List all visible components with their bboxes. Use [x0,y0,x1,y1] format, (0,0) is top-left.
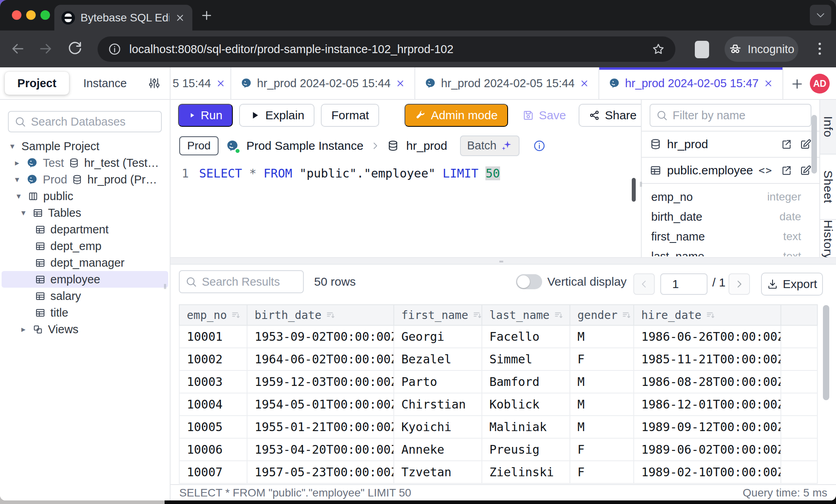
table-cell[interactable]: 1986-06-26T00:00:00Z [634,325,781,348]
table-cell[interactable]: 1986-08-28T00:00:00Z [634,370,781,393]
close-window-button[interactable] [12,10,21,20]
caret-right-icon[interactable]: ▸ [19,325,28,334]
results-column-header[interactable]: birth_date [247,305,394,325]
batch-button[interactable]: Batch [460,136,520,156]
table-row[interactable]: 100031959-12-03T00:00:00ZPartoBamfordM19… [179,370,817,393]
tree-item-table[interactable]: employee [2,271,168,288]
table-cell[interactable]: 1989-02-10T00:00:00Z [634,461,781,483]
worksheet-tab[interactable]: hr_prod 2024-02-05 15:47 [599,67,783,99]
browser-tab[interactable]: Bytebase SQL Editor [54,5,192,31]
table-cell[interactable]: Kyoichi [394,416,482,438]
table-cell[interactable]: Koblick [482,393,570,416]
next-page-button[interactable] [729,273,750,295]
table-cell[interactable]: 1953-09-02T00:00:00Z [247,325,394,348]
table-cell[interactable]: Facello [482,325,570,348]
sidebar-resize-handle[interactable] [162,277,168,296]
table-cell[interactable]: M [570,370,634,393]
export-button[interactable]: Export [761,273,823,296]
worksheet-tab[interactable]: hr_prod 2024-02-05 15:44 [231,67,415,99]
tab-project[interactable]: Project [5,72,69,95]
sort-icon[interactable] [231,310,241,321]
address-bar[interactable]: localhost:8080/sql-editor/prod-sample-in… [98,36,675,62]
column-row[interactable]: emp_no integer [642,187,819,207]
prev-page-button[interactable] [633,273,655,295]
results-column-header[interactable]: last_name [482,305,570,325]
new-worksheet-button[interactable] [790,77,804,91]
format-button[interactable]: Format [321,104,379,127]
external-link-icon[interactable] [780,164,792,176]
table-cell[interactable]: 1989-06-02T00:00:00Z [634,438,781,461]
bookmark-star-icon[interactable] [652,42,665,56]
database-name[interactable]: hr_prod [406,139,447,153]
table-cell[interactable]: 1964-06-02T00:00:00Z [247,348,394,370]
tree-item-table[interactable]: dept_emp [0,238,170,254]
browser-tab-close-icon[interactable] [175,13,185,23]
site-info-icon[interactable] [108,42,121,56]
table-cell[interactable]: 10007 [179,461,247,483]
minimize-window-button[interactable] [26,10,36,20]
results-scrollbar[interactable] [823,305,829,400]
back-button[interactable] [10,40,26,57]
results-search[interactable] [179,270,304,293]
close-icon[interactable] [579,78,589,88]
panel-resize-handle[interactable] [638,175,644,193]
save-button[interactable]: Save [522,109,566,122]
tree-item-table[interactable]: department [0,221,170,238]
table-cell[interactable]: 10001 [179,325,247,348]
table-cell[interactable]: 10003 [179,370,247,393]
table-row[interactable]: 100061953-04-20T00:00:00ZAnnekePreusigF1… [179,438,817,461]
admin-mode-button[interactable]: Admin mode [405,104,508,127]
filter-settings-icon[interactable] [148,76,161,90]
table-cell[interactable]: Tzvetan [394,461,482,483]
table-cell[interactable]: F [570,438,634,461]
results-splitter[interactable] [171,257,836,265]
tab-instance[interactable]: Instance [83,77,127,90]
table-cell[interactable]: 1955-01-21T00:00:00Z [247,416,394,438]
results-column-header[interactable]: first_name [394,305,482,325]
sort-icon[interactable] [472,310,482,321]
forward-button[interactable] [37,40,54,57]
sort-icon[interactable] [554,310,564,321]
tree-item-project[interactable]: ▾ Sample Project [0,138,170,155]
external-link-icon[interactable] [780,138,792,150]
avatar[interactable]: AD [810,74,830,94]
table-row[interactable]: 100071957-05-23T00:00:00ZTzvetanZielinsk… [179,461,817,483]
results-column-header[interactable]: gender [570,305,634,325]
results-table[interactable]: emp_nobirth_datefirst_namelast_namegende… [179,304,818,484]
table-row[interactable]: 100051955-01-21T00:00:00ZKyoichiMaliniak… [179,416,817,438]
table-cell[interactable]: Simmel [482,348,570,370]
caret-right-icon[interactable]: ▸ [13,158,21,168]
table-cell[interactable]: Parto [394,370,482,393]
table-row[interactable]: 100011953-09-02T00:00:00ZGeorgiFacelloM1… [179,325,817,348]
table-cell[interactable]: F [570,348,634,370]
table-cell[interactable]: 1989-09-12T00:00:00Z [634,416,781,438]
table-cell[interactable]: Bezalel [394,348,482,370]
results-search-input[interactable] [202,275,297,288]
tree-item-table[interactable]: salary [0,288,170,304]
table-cell[interactable]: Zielinski [482,461,570,483]
column-row[interactable]: birth_date date [642,207,819,227]
column-row[interactable]: first_name text [642,227,819,246]
tab-search-button[interactable] [810,5,831,25]
column-row[interactable]: last_name text [642,246,819,256]
schema-filter-input[interactable] [673,109,805,122]
tree-item-views[interactable]: ▸ Views [0,321,170,338]
editor-scrollbar[interactable] [632,178,636,202]
sql-editor[interactable]: 1 SELECT * FROM "public"."employee" LIMI… [171,160,641,183]
table-cell[interactable]: Maliniak [482,416,570,438]
worksheet-tab[interactable]: hr_prod 2024-02-05 15:44 [415,67,599,99]
edit-icon[interactable] [800,164,811,176]
table-cell[interactable]: M [570,325,634,348]
database-search[interactable] [8,111,162,132]
tree-item-table[interactable]: dept_manager [0,254,170,271]
results-column-header[interactable]: hire_date [634,305,781,325]
worksheet-tab[interactable]: 5 15:44 [171,67,231,99]
edit-icon[interactable] [800,138,811,150]
reload-button[interactable] [67,40,83,57]
table-row[interactable]: 100021964-06-02T00:00:00ZBezalelSimmelF1… [179,348,817,370]
page-input[interactable] [660,273,708,295]
table-cell[interactable]: 1957-05-23T00:00:00Z [247,461,394,483]
caret-down-icon[interactable]: ▾ [19,208,28,218]
table-cell[interactable]: Bamford [482,370,570,393]
close-icon[interactable] [763,78,773,88]
